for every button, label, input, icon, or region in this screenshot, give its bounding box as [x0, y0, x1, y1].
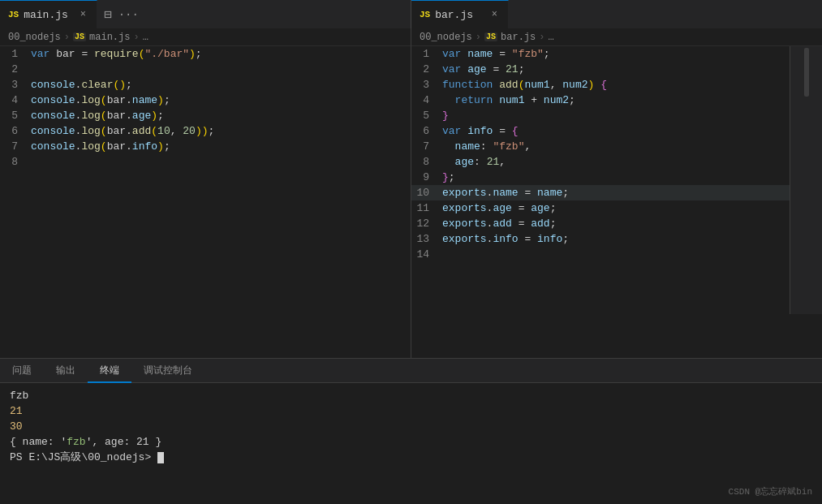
right-folder-label: 00_nodejs — [420, 32, 472, 43]
more-actions-icon[interactable]: ··· — [118, 8, 139, 21]
terminal-text: 30 — [10, 420, 23, 433]
terminal-text: { name: ' — [10, 436, 67, 448]
table-row: 1 var name = "fzb"; — [411, 46, 822, 62]
panel-tab-debug[interactable]: 调试控制台 — [131, 359, 204, 382]
terminal-line-21: 21 — [10, 403, 812, 419]
table-row: 12 exports.add = add; — [411, 216, 822, 231]
terminal-text2: ', age: 21 } — [86, 436, 162, 448]
left-bc-ellipsis: … — [143, 32, 148, 43]
js-icon-right-tab: JS — [420, 10, 430, 19]
right-bc-filename: bar.js — [501, 32, 536, 43]
table-row: 9 }; — [411, 170, 822, 185]
terminal-line-30: 30 — [10, 419, 812, 434]
terminal-text: 21 — [10, 405, 23, 417]
bottom-panel: 问题 输出 终端 调试控制台 fzb 21 30 { name: 'fzb', … — [0, 358, 822, 504]
left-tab-group: JS main.js × ⊟ ··· — [0, 0, 411, 28]
left-code-editor[interactable]: 1 var bar = require("./bar"); 2 3 consol… — [0, 46, 411, 358]
table-row: 4 console.log(bar.name); — [0, 93, 411, 108]
terminal-prompt: PS E:\JS高级\00_nodejs> — [10, 451, 157, 463]
output-label: 输出 — [56, 364, 75, 377]
table-row: 14 — [411, 247, 822, 262]
left-bc-js-icon: JS — [73, 32, 86, 41]
tab-bar: JS main.js × ⊟ ··· JS bar.js × — [0, 0, 822, 28]
table-row: 10 exports.name = name; — [411, 185, 822, 200]
watermark: CSDN @忘忘碎斌bin — [729, 485, 812, 498]
terminal-fzb-val: fzb — [67, 436, 85, 448]
table-row: 7 name: "fzb", — [411, 139, 822, 154]
terminal-line-obj: { name: 'fzb', age: 21 } — [10, 434, 812, 450]
right-sep1: › — [476, 32, 481, 43]
terminal-text: fzb — [10, 390, 28, 402]
panel-tabs: 问题 输出 终端 调试控制台 — [0, 359, 822, 383]
right-sep2: › — [539, 32, 544, 43]
left-sep2: › — [133, 32, 139, 43]
terminal-cursor — [157, 452, 164, 463]
table-row: 13 exports.info = info; — [411, 231, 822, 247]
table-row: 1 var bar = require("./bar"); — [0, 46, 411, 62]
tab-label-bar-js: bar.js — [435, 9, 473, 21]
right-editor-pane: 00_nodejs › JS bar.js › … 1 var name = "… — [411, 28, 822, 358]
tab-actions: ⊟ ··· — [97, 0, 145, 28]
right-tab-group: JS bar.js × — [411, 0, 822, 28]
table-row: 3 console.clear(); — [0, 77, 411, 93]
table-row: 5 console.log(bar.age); — [0, 108, 411, 123]
terminal-line-fzb: fzb — [10, 388, 812, 403]
table-row: 2 var age = 21; — [411, 62, 822, 77]
split-editor-icon[interactable]: ⊟ — [104, 6, 112, 23]
left-sep1: › — [64, 32, 70, 43]
table-row: 8 — [0, 154, 411, 170]
tab-bar-js[interactable]: JS bar.js × — [411, 0, 509, 28]
tab-main-js[interactable]: JS main.js × — [0, 0, 97, 28]
table-row: 8 age: 21, — [411, 154, 822, 170]
table-row: 11 exports.age = age; — [411, 200, 822, 216]
table-row: 3 function add(num1, num2) { — [411, 77, 822, 93]
right-bc-ellipsis: … — [548, 32, 553, 43]
editors-container: 00_nodejs › JS main.js › … 1 var bar = r… — [0, 28, 822, 358]
panel-tab-terminal[interactable]: 终端 — [88, 359, 131, 383]
close-main-js-button[interactable]: × — [78, 8, 88, 21]
left-bc-filename: main.js — [89, 32, 130, 43]
table-row: 6 var info = { — [411, 123, 822, 139]
terminal-content[interactable]: fzb 21 30 { name: 'fzb', age: 21 } PS E:… — [0, 383, 822, 504]
table-row: 5 } — [411, 108, 822, 123]
left-editor-pane: 00_nodejs › JS main.js › … 1 var bar = r… — [0, 28, 411, 358]
table-row: 2 — [0, 62, 411, 77]
table-row: 7 console.log(bar.info); — [0, 139, 411, 154]
js-icon-left-tab: JS — [8, 10, 19, 19]
terminal-label: 终端 — [100, 364, 119, 377]
left-breadcrumb: 00_nodejs › JS main.js › … — [0, 28, 411, 46]
right-code-editor[interactable]: 1 var name = "fzb"; 2 var age = 21; 3 fu… — [411, 46, 822, 358]
close-bar-js-button[interactable]: × — [489, 8, 500, 21]
debug-label: 调试控制台 — [144, 364, 192, 377]
left-folder-label: 00_nodejs — [8, 32, 61, 43]
right-bc-js-icon: JS — [484, 32, 497, 41]
table-row: 6 console.log(bar.add(10, 20)); — [0, 123, 411, 139]
right-breadcrumb: 00_nodejs › JS bar.js › … — [411, 28, 822, 46]
terminal-line-prompt: PS E:\JS高级\00_nodejs> — [10, 450, 812, 465]
table-row: 4 return num1 + num2; — [411, 93, 822, 108]
tab-label-main-js: main.js — [24, 9, 68, 21]
problems-label: 问题 — [12, 364, 32, 377]
panel-tab-output[interactable]: 输出 — [44, 359, 88, 382]
panel-tab-problems[interactable]: 问题 — [0, 359, 44, 382]
